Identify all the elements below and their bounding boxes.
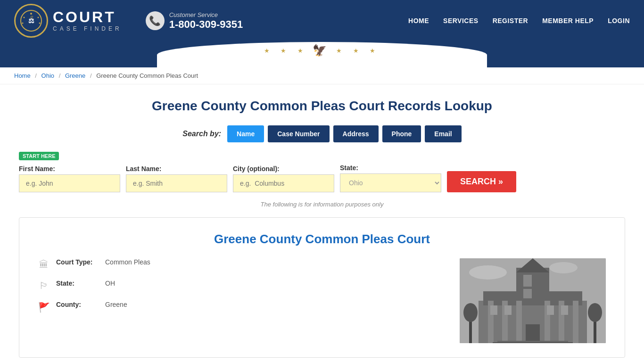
search-by-row: Search by: Name Case Number Address Phon… [19, 125, 625, 142]
svg-rect-29 [493, 342, 573, 343]
state-detail-label: State: [56, 280, 99, 287]
city-label: City (optional): [233, 165, 334, 173]
svg-point-10 [549, 262, 578, 273]
last-name-input[interactable] [126, 174, 227, 192]
svg-point-3 [30, 13, 32, 15]
start-here-badge: START HERE [19, 152, 59, 160]
county-flag-icon: 🚩 [38, 302, 50, 313]
nav-services[interactable]: SERVICES [443, 17, 479, 25]
breadcrumb-greene[interactable]: Greene [65, 72, 85, 79]
logo-subtitle-text: CASE FINDER [53, 25, 122, 32]
svg-rect-23 [547, 305, 554, 315]
logo-court-text: COURT [53, 9, 122, 25]
state-select[interactable]: Ohio Alabama Alaska Arizona Arkansas Cal… [340, 173, 441, 192]
banner-arch: ★ ★ ★ 🦅 ★ ★ ★ [0, 41, 644, 67]
cs-info: Customer Service 1-800-309-9351 [169, 11, 243, 31]
breadcrumb-home[interactable]: Home [14, 72, 31, 79]
nav-home[interactable]: HOME [408, 17, 429, 25]
state-group: State: Ohio Alabama Alaska Arizona Arkan… [340, 164, 441, 192]
nav-register[interactable]: REGISTER [493, 17, 528, 25]
first-name-group: First Name: [19, 165, 120, 192]
eagle-banner: ★ ★ ★ 🦅 ★ ★ ★ [264, 44, 380, 57]
tab-case-number[interactable]: Case Number [268, 125, 329, 142]
svg-point-5 [38, 17, 39, 18]
svg-rect-20 [573, 301, 578, 343]
logo-circle: ⚖ ⚖ [14, 4, 48, 38]
first-name-label: First Name: [19, 165, 120, 173]
star-left: ★ ★ ★ [264, 47, 308, 54]
court-county-item: 🚩 County: Greene [38, 301, 441, 313]
logo-icon: ⚖ ⚖ [19, 9, 43, 33]
form-row: First Name: Last Name: City (optional): … [19, 164, 625, 192]
tab-phone[interactable]: Phone [382, 125, 421, 142]
star-right: ★ ★ ★ [336, 47, 380, 54]
breadcrumb-ohio[interactable]: Ohio [41, 72, 54, 79]
last-name-group: Last Name: [126, 165, 227, 192]
logo-area: ⚖ ⚖ COURT CASE FINDER 📞 Customer Service… [14, 4, 243, 38]
page-title: Greene County Common Pleas Court Records… [19, 99, 625, 114]
svg-rect-25 [523, 275, 532, 287]
svg-rect-30 [469, 320, 472, 343]
svg-point-7 [39, 23, 41, 24]
customer-service: 📞 Customer Service 1-800-309-9351 [146, 11, 243, 31]
tab-name[interactable]: Name [227, 125, 264, 142]
info-note: The following is for information purpose… [19, 201, 625, 208]
nav-member-help[interactable]: MEMBER HELP [542, 17, 594, 25]
city-group: City (optional): [233, 165, 334, 192]
court-info-box: Greene County Common Pleas Court 🏛 Court… [19, 217, 625, 358]
state-flag-icon: 🏳 [38, 280, 50, 291]
court-details-left: 🏛 Court Type: Common Pleas 🏳 State: OH 🚩… [38, 258, 441, 343]
tab-email[interactable]: Email [425, 125, 461, 142]
breadcrumb-current: Greene County Common Pleas Court [96, 72, 198, 79]
svg-rect-13 [516, 268, 549, 305]
county-detail-value: Greene [105, 301, 127, 308]
cs-phone: 1-800-309-9351 [169, 18, 243, 31]
phone-icon: 📞 [146, 11, 165, 30]
court-details-row: 🏛 Court Type: Common Pleas 🏳 State: OH 🚩… [38, 258, 606, 343]
court-type-item: 🏛 Court Type: Common Pleas [38, 258, 441, 270]
site-header: ⚖ ⚖ COURT CASE FINDER 📞 Customer Service… [0, 0, 644, 41]
logo-text: COURT CASE FINDER [53, 9, 122, 32]
breadcrumb: Home / Ohio / Greene / Greene County Com… [0, 67, 644, 84]
search-form-container: START HERE First Name: Last Name: City (… [19, 152, 625, 192]
svg-rect-24 [561, 305, 568, 315]
nav-login[interactable]: LOGIN [608, 17, 630, 25]
svg-rect-22 [504, 305, 512, 315]
court-type-label: Court Type: [56, 258, 99, 266]
tab-address[interactable]: Address [333, 125, 379, 142]
cs-label: Customer Service [169, 11, 243, 18]
last-name-label: Last Name: [126, 165, 227, 173]
state-detail-value: OH [105, 280, 115, 287]
state-label: State: [340, 164, 441, 172]
first-name-input[interactable] [19, 174, 120, 192]
court-type-value: Common Pleas [105, 258, 150, 266]
svg-rect-27 [526, 324, 540, 343]
city-input[interactable] [233, 174, 334, 192]
courthouse-image-svg [460, 258, 606, 343]
svg-point-6 [22, 23, 24, 24]
svg-point-9 [469, 265, 507, 280]
svg-point-31 [463, 303, 478, 322]
court-info-title: Greene County Common Pleas Court [38, 232, 606, 247]
main-nav: HOME SERVICES REGISTER MEMBER HELP LOGIN [408, 17, 630, 25]
svg-rect-21 [490, 305, 497, 315]
search-button[interactable]: SEARCH » [447, 171, 516, 192]
svg-rect-26 [523, 289, 532, 298]
svg-point-4 [24, 17, 25, 18]
search-by-label: Search by: [182, 130, 221, 138]
svg-text:⚖: ⚖ [28, 17, 34, 25]
svg-rect-17 [516, 301, 522, 343]
svg-point-33 [588, 303, 602, 322]
court-image [460, 258, 606, 343]
main-content: Greene County Common Pleas Court Records… [0, 84, 644, 362]
court-state-item: 🏳 State: OH [38, 280, 441, 291]
county-detail-label: County: [56, 301, 99, 308]
court-type-icon: 🏛 [38, 259, 50, 270]
eagle-icon: 🦅 [313, 44, 331, 57]
svg-rect-32 [594, 320, 596, 343]
